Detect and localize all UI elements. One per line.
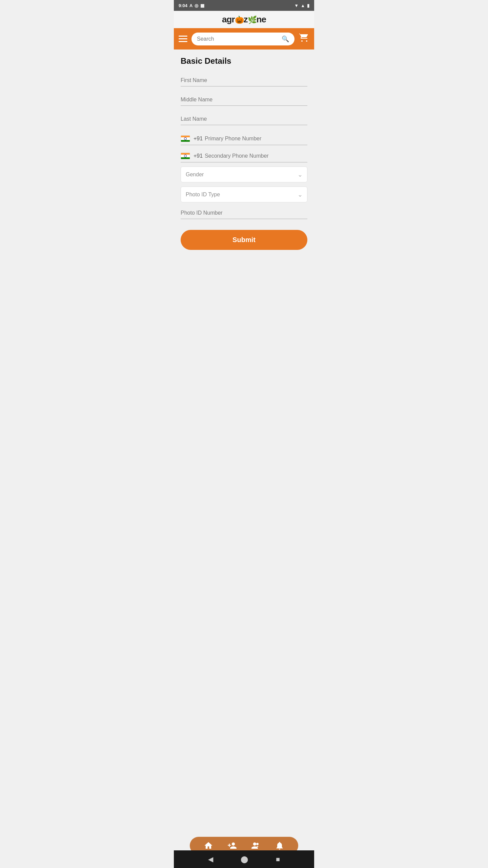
add-person-nav-button[interactable] xyxy=(251,841,261,850)
status-time: 9:04 xyxy=(179,3,187,8)
secondary-phone-field: +91 xyxy=(181,149,307,162)
status-icon-a: A xyxy=(189,3,192,8)
last-name-input[interactable] xyxy=(181,113,307,125)
android-nav-bar: ◀ ⬤ ■ xyxy=(174,850,314,868)
country-code-secondary: +91 xyxy=(194,153,203,159)
android-recent-button[interactable]: ■ xyxy=(276,855,280,863)
hamburger-line-1 xyxy=(179,36,187,37)
status-bar-left: 9:04 A ◎ ▦ xyxy=(179,3,204,8)
search-input[interactable] xyxy=(197,36,279,42)
first-name-field xyxy=(181,74,307,91)
gender-select-wrapper: Gender Male Female Other ⌄ xyxy=(181,166,307,182)
primary-phone-field: +91 xyxy=(181,132,307,145)
country-code-primary: +91 xyxy=(194,136,203,142)
notifications-nav-button[interactable] xyxy=(275,841,284,850)
photo-id-number-input[interactable] xyxy=(181,206,307,219)
status-icon-b: ◎ xyxy=(195,3,198,8)
search-icon: 🔍 xyxy=(282,35,289,43)
main-content: Basic Details +91 +91 xyxy=(174,50,314,284)
logo-o2: 🌿 xyxy=(248,16,257,24)
flag-white-stripe xyxy=(181,137,190,140)
android-home-button[interactable]: ⬤ xyxy=(241,855,248,863)
photo-id-number-field xyxy=(181,206,307,223)
hamburger-line-2 xyxy=(179,38,187,39)
wifi-icon: ▼ xyxy=(294,3,299,8)
battery-icon: ▮ xyxy=(307,3,309,8)
first-name-input[interactable] xyxy=(181,74,307,86)
app-logo: agr🎃z🌿ne xyxy=(222,14,266,25)
flag-green-stripe xyxy=(181,140,190,142)
logo-bar: agr🎃z🌿ne xyxy=(174,11,314,28)
primary-phone-input[interactable] xyxy=(205,136,307,142)
logo-o1: 🎃 xyxy=(235,16,244,24)
status-icon-c: ▦ xyxy=(200,3,204,8)
hamburger-line-3 xyxy=(179,41,187,42)
photo-id-type-select-wrapper: Photo ID Type Aadhar Card PAN Card Passp… xyxy=(181,186,307,202)
cart-button[interactable] xyxy=(299,32,309,45)
header: 🔍 xyxy=(174,28,314,50)
gender-select[interactable]: Gender Male Female Other xyxy=(181,166,307,182)
section-title: Basic Details xyxy=(181,56,307,66)
flag-chakra-2 xyxy=(184,155,187,157)
status-bar-right: ▼ ▲ ▮ xyxy=(294,3,309,8)
submit-button[interactable]: Submit xyxy=(181,230,307,250)
search-bar[interactable]: 🔍 xyxy=(191,33,294,45)
last-name-field xyxy=(181,113,307,129)
middle-name-input[interactable] xyxy=(181,93,307,106)
status-bar: 9:04 A ◎ ▦ ▼ ▲ ▮ xyxy=(174,0,314,11)
middle-name-field xyxy=(181,93,307,110)
india-flag-primary xyxy=(181,135,190,142)
flag-white-stripe-2 xyxy=(181,155,190,157)
india-flag-secondary xyxy=(181,153,190,159)
flag-green-stripe-2 xyxy=(181,157,190,159)
hamburger-menu[interactable] xyxy=(179,36,187,42)
android-back-button[interactable]: ◀ xyxy=(208,855,213,863)
photo-id-type-select[interactable]: Photo ID Type Aadhar Card PAN Card Passp… xyxy=(181,186,307,202)
signal-icon: ▲ xyxy=(301,3,305,8)
flag-chakra xyxy=(184,137,187,140)
secondary-phone-input[interactable] xyxy=(205,153,307,159)
home-nav-button[interactable] xyxy=(204,841,213,850)
add-user-nav-button[interactable] xyxy=(227,841,237,850)
